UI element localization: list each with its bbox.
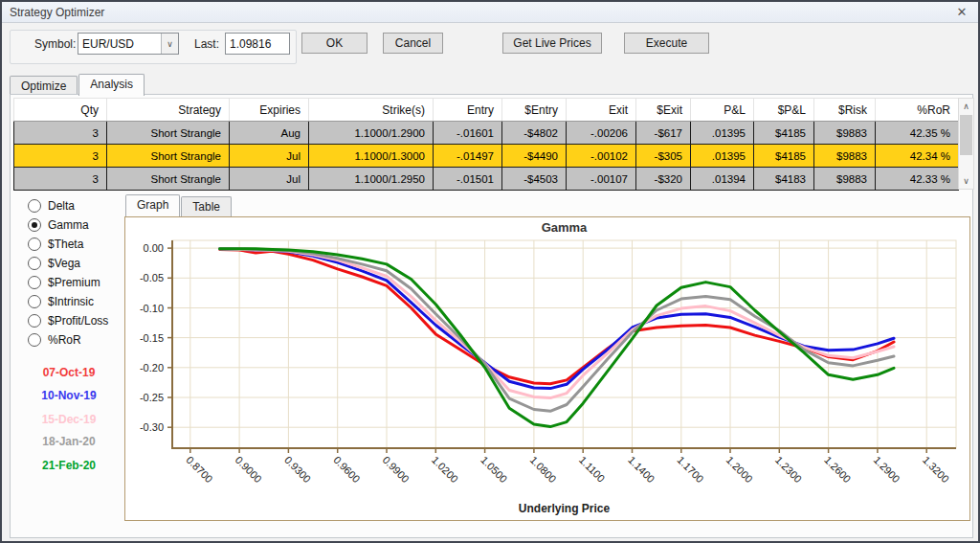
column-header[interactable]: $Exit bbox=[636, 99, 691, 122]
table-cell[interactable]: -$305 bbox=[636, 145, 691, 168]
column-header[interactable]: Strike(s) bbox=[309, 99, 434, 122]
table-cell[interactable]: $4185 bbox=[754, 122, 814, 145]
table-cell[interactable]: -.00102 bbox=[567, 145, 636, 168]
svg-text:1.2000: 1.2000 bbox=[724, 454, 755, 485]
tab-analysis[interactable]: Analysis bbox=[78, 74, 145, 96]
table-cell[interactable]: 1.1000/1.3000 bbox=[309, 145, 434, 168]
svg-text:Underlying Price: Underlying Price bbox=[519, 502, 611, 515]
svg-text:-0.30: -0.30 bbox=[140, 421, 164, 433]
table-cell[interactable]: $9883 bbox=[814, 145, 876, 168]
table-cell[interactable]: Jul bbox=[230, 168, 309, 191]
table-cell[interactable]: Aug bbox=[230, 122, 309, 145]
scroll-up-icon[interactable]: ∧ bbox=[959, 99, 973, 114]
cancel-button[interactable]: Cancel bbox=[383, 33, 443, 54]
svg-text:0.9900: 0.9900 bbox=[381, 454, 412, 485]
strategy-optimizer-window: Strategy Optimizer ✕ Symbol: EUR/USD ∨ L… bbox=[0, 0, 980, 543]
svg-text:Gamma: Gamma bbox=[542, 220, 588, 235]
svg-text:1.0500: 1.0500 bbox=[479, 454, 509, 485]
table-cell[interactable]: -.00206 bbox=[567, 122, 636, 145]
table-row[interactable]: 3Short StrangleAug1.1000/1.2900-.01601-$… bbox=[14, 122, 959, 145]
svg-text:1.3200: 1.3200 bbox=[921, 454, 951, 485]
svg-text:1.0800: 1.0800 bbox=[527, 454, 558, 485]
table-cell[interactable]: -$617 bbox=[636, 122, 691, 145]
table-cell[interactable]: -.00107 bbox=[567, 168, 636, 191]
table-cell[interactable]: -.01601 bbox=[434, 122, 502, 145]
table-cell[interactable]: 1.1000/1.2900 bbox=[309, 122, 434, 145]
svg-text:-0.25: -0.25 bbox=[140, 392, 164, 403]
table-cell[interactable]: Jul bbox=[230, 145, 309, 168]
table-cell[interactable]: 42.35 % bbox=[876, 122, 959, 145]
table-cell[interactable]: -.01501 bbox=[434, 168, 502, 191]
column-header[interactable]: $Risk bbox=[814, 99, 876, 122]
analysis-tab-page: QtyStrategyExpiriesStrike(s)Entry$EntryE… bbox=[10, 94, 973, 538]
tab-optimize[interactable]: Optimize bbox=[10, 76, 78, 96]
column-header[interactable]: %RoR bbox=[876, 99, 959, 122]
last-price-input[interactable] bbox=[225, 33, 290, 55]
symbol-combobox[interactable]: EUR/USD ∨ bbox=[78, 33, 179, 55]
table-cell[interactable]: -.01497 bbox=[434, 145, 502, 168]
svg-text:1.1100: 1.1100 bbox=[577, 454, 608, 485]
table-cell[interactable]: 1.1000/1.2950 bbox=[309, 168, 434, 191]
svg-text:1.0200: 1.0200 bbox=[430, 454, 460, 485]
svg-text:-0.15: -0.15 bbox=[140, 332, 164, 344]
scroll-down-icon[interactable]: ∨ bbox=[959, 173, 973, 189]
chevron-down-icon[interactable]: ∨ bbox=[161, 34, 178, 54]
legend-date: 18-Jan-20 bbox=[11, 435, 127, 448]
legend-date: 15-Dec-19 bbox=[11, 413, 127, 426]
column-header[interactable]: $Entry bbox=[502, 99, 567, 122]
client-area: Symbol: EUR/USD ∨ Last: OK Cancel Get Li… bbox=[2, 24, 978, 541]
table-cell[interactable]: $4183 bbox=[754, 168, 814, 191]
table-cell[interactable]: 42.33 % bbox=[876, 168, 959, 191]
column-header[interactable]: $P&L bbox=[754, 99, 814, 122]
column-header[interactable]: Expiries bbox=[230, 99, 309, 122]
titlebar[interactable]: Strategy Optimizer ✕ bbox=[2, 2, 978, 23]
main-tabstrip: OptimizeAnalysis bbox=[10, 74, 145, 95]
grid-scrollbar[interactable]: ∧ ∨ bbox=[958, 98, 974, 190]
legend-date: 07-Oct-19 bbox=[11, 366, 127, 379]
column-header[interactable]: Entry bbox=[434, 99, 502, 122]
table-cell[interactable]: $4185 bbox=[754, 145, 814, 168]
table-cell[interactable]: .01395 bbox=[691, 122, 754, 145]
svg-text:1.1400: 1.1400 bbox=[626, 454, 657, 485]
scrollbar-thumb[interactable] bbox=[960, 115, 972, 155]
column-header[interactable]: Exit bbox=[567, 99, 636, 122]
svg-text:-0.05: -0.05 bbox=[140, 272, 164, 283]
graph-tabstrip: GraphTable bbox=[125, 194, 233, 215]
svg-text:0.9600: 0.9600 bbox=[331, 454, 362, 485]
table-cell[interactable]: -$4490 bbox=[502, 145, 567, 168]
svg-text:1.2600: 1.2600 bbox=[822, 454, 853, 485]
svg-text:-0.20: -0.20 bbox=[140, 362, 164, 373]
table-cell[interactable]: 42.34 % bbox=[876, 145, 959, 168]
svg-text:0.00: 0.00 bbox=[144, 242, 164, 254]
ok-button[interactable]: OK bbox=[301, 33, 368, 54]
last-label: Last: bbox=[194, 37, 219, 51]
table-cell[interactable]: -$320 bbox=[636, 168, 691, 191]
grid-body: 3Short StrangleAug1.1000/1.2900-.01601-$… bbox=[14, 122, 959, 191]
svg-text:0.8700: 0.8700 bbox=[184, 454, 214, 485]
table-row[interactable]: 3Short StrangleJul1.1000/1.3000-.01497-$… bbox=[14, 145, 959, 168]
column-header[interactable]: P&L bbox=[691, 99, 754, 122]
table-cell[interactable]: .01394 bbox=[691, 168, 754, 191]
close-icon[interactable]: ✕ bbox=[953, 4, 970, 21]
legend-date: 21-Feb-20 bbox=[11, 459, 127, 472]
svg-text:0.9300: 0.9300 bbox=[282, 454, 313, 485]
table-row[interactable]: 3Short StrangleJul1.1000/1.2950-.01501-$… bbox=[14, 168, 959, 191]
window-title: Strategy Optimizer bbox=[10, 6, 104, 19]
tab-table[interactable]: Table bbox=[181, 196, 232, 216]
get-live-prices-button[interactable]: Get Live Prices bbox=[502, 33, 602, 54]
execute-button[interactable]: Execute bbox=[624, 33, 709, 54]
table-cell[interactable]: $9883 bbox=[814, 168, 876, 191]
table-cell[interactable]: $9883 bbox=[814, 122, 876, 145]
gamma-chart-panel: 0.00-0.05-0.10-0.15-0.20-0.25-0.300.8700… bbox=[124, 216, 970, 521]
table-cell[interactable]: -$4503 bbox=[502, 168, 567, 191]
svg-text:1.2900: 1.2900 bbox=[871, 454, 902, 485]
svg-text:-0.10: -0.10 bbox=[140, 303, 164, 314]
table-cell[interactable]: .01395 bbox=[691, 145, 754, 168]
strategy-grid: QtyStrategyExpiriesStrike(s)Entry$EntryE… bbox=[13, 98, 959, 191]
tab-graph[interactable]: Graph bbox=[125, 194, 180, 216]
svg-text:1.2300: 1.2300 bbox=[773, 454, 804, 485]
table-cell[interactable]: -$4802 bbox=[502, 122, 567, 145]
symbol-value: EUR/USD bbox=[78, 37, 161, 51]
grid-header-row: QtyStrategyExpiriesStrike(s)Entry$EntryE… bbox=[14, 99, 959, 122]
gamma-chart-svg: 0.00-0.05-0.10-0.15-0.20-0.25-0.300.8700… bbox=[125, 217, 969, 520]
